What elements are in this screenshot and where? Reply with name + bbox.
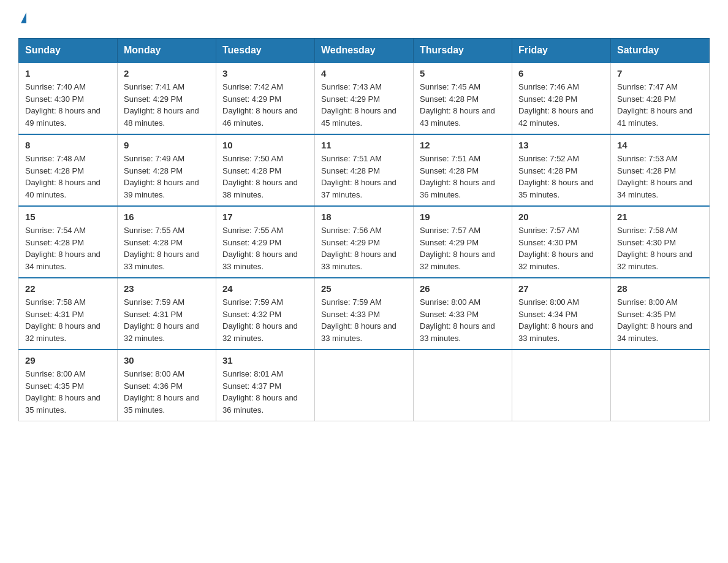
calendar-day-cell: 3 Sunrise: 7:42 AM Sunset: 4:29 PM Dayli…	[216, 63, 315, 134]
day-info: Sunrise: 7:41 AM Sunset: 4:29 PM Dayligh…	[124, 81, 210, 129]
calendar-day-cell: 16 Sunrise: 7:55 AM Sunset: 4:28 PM Dayl…	[118, 206, 216, 278]
calendar-day-cell: 24 Sunrise: 7:59 AM Sunset: 4:32 PM Dayl…	[216, 278, 315, 350]
day-info: Sunrise: 7:57 AM Sunset: 4:30 PM Dayligh…	[518, 224, 604, 272]
day-info: Sunrise: 7:51 AM Sunset: 4:28 PM Dayligh…	[321, 153, 407, 201]
calendar-day-cell: 15 Sunrise: 7:54 AM Sunset: 4:28 PM Dayl…	[19, 206, 118, 278]
day-info: Sunrise: 7:42 AM Sunset: 4:29 PM Dayligh…	[222, 81, 308, 129]
day-number: 9	[124, 140, 210, 150]
day-number: 4	[321, 68, 407, 79]
day-info: Sunrise: 7:59 AM Sunset: 4:31 PM Dayligh…	[124, 296, 210, 344]
day-number: 11	[321, 140, 407, 150]
day-info: Sunrise: 7:48 AM Sunset: 4:28 PM Dayligh…	[25, 153, 111, 201]
weekday-header-sunday: Sunday	[19, 39, 118, 63]
day-info: Sunrise: 7:54 AM Sunset: 4:28 PM Dayligh…	[25, 224, 111, 272]
day-info: Sunrise: 7:51 AM Sunset: 4:28 PM Dayligh…	[420, 153, 506, 201]
day-number: 23	[124, 283, 210, 294]
day-info: Sunrise: 7:50 AM Sunset: 4:28 PM Dayligh…	[222, 153, 308, 201]
day-number: 30	[124, 355, 210, 366]
day-number: 18	[321, 212, 407, 222]
day-number: 17	[222, 212, 308, 222]
calendar-day-cell: 19 Sunrise: 7:57 AM Sunset: 4:29 PM Dayl…	[414, 206, 512, 278]
calendar-day-cell	[315, 350, 414, 421]
day-info: Sunrise: 7:58 AM Sunset: 4:31 PM Dayligh…	[25, 296, 111, 344]
calendar-week-row: 8 Sunrise: 7:48 AM Sunset: 4:28 PM Dayli…	[19, 134, 710, 206]
calendar-day-cell: 22 Sunrise: 7:58 AM Sunset: 4:31 PM Dayl…	[19, 278, 118, 350]
day-number: 16	[124, 212, 210, 222]
day-number: 6	[518, 68, 604, 79]
calendar-day-cell: 10 Sunrise: 7:50 AM Sunset: 4:28 PM Dayl…	[216, 134, 315, 206]
day-number: 14	[617, 140, 703, 150]
calendar-day-cell: 25 Sunrise: 7:59 AM Sunset: 4:33 PM Dayl…	[315, 278, 414, 350]
day-number: 13	[518, 140, 604, 150]
day-info: Sunrise: 7:58 AM Sunset: 4:30 PM Dayligh…	[617, 224, 703, 272]
day-number: 8	[25, 140, 111, 150]
day-number: 20	[518, 212, 604, 222]
weekday-header-tuesday: Tuesday	[216, 39, 315, 63]
calendar-day-cell: 28 Sunrise: 8:00 AM Sunset: 4:35 PM Dayl…	[611, 278, 710, 350]
calendar-day-cell: 1 Sunrise: 7:40 AM Sunset: 4:30 PM Dayli…	[19, 63, 118, 134]
calendar-day-cell: 6 Sunrise: 7:46 AM Sunset: 4:28 PM Dayli…	[512, 63, 611, 134]
calendar-day-cell	[512, 350, 611, 421]
day-info: Sunrise: 7:47 AM Sunset: 4:28 PM Dayligh…	[617, 81, 703, 129]
day-info: Sunrise: 7:45 AM Sunset: 4:28 PM Dayligh…	[420, 81, 506, 129]
day-number: 2	[124, 68, 210, 79]
day-info: Sunrise: 7:55 AM Sunset: 4:28 PM Dayligh…	[124, 224, 210, 272]
weekday-header-thursday: Thursday	[414, 39, 512, 63]
calendar-day-cell: 23 Sunrise: 7:59 AM Sunset: 4:31 PM Dayl…	[118, 278, 216, 350]
day-info: Sunrise: 7:52 AM Sunset: 4:28 PM Dayligh…	[518, 153, 604, 201]
calendar-day-cell	[611, 350, 710, 421]
calendar-day-cell: 8 Sunrise: 7:48 AM Sunset: 4:28 PM Dayli…	[19, 134, 118, 206]
day-number: 5	[420, 68, 506, 79]
day-info: Sunrise: 7:49 AM Sunset: 4:28 PM Dayligh…	[124, 153, 210, 201]
day-number: 21	[617, 212, 703, 222]
day-number: 31	[222, 355, 308, 366]
calendar-day-cell: 9 Sunrise: 7:49 AM Sunset: 4:28 PM Dayli…	[118, 134, 216, 206]
day-info: Sunrise: 8:01 AM Sunset: 4:37 PM Dayligh…	[222, 368, 308, 416]
calendar-week-row: 22 Sunrise: 7:58 AM Sunset: 4:31 PM Dayl…	[19, 278, 710, 350]
day-info: Sunrise: 8:00 AM Sunset: 4:33 PM Dayligh…	[420, 296, 506, 344]
day-info: Sunrise: 8:00 AM Sunset: 4:34 PM Dayligh…	[518, 296, 604, 344]
day-number: 25	[321, 283, 407, 294]
day-number: 24	[222, 283, 308, 294]
logo-triangle-icon	[21, 12, 26, 23]
day-info: Sunrise: 8:00 AM Sunset: 4:36 PM Dayligh…	[124, 368, 210, 416]
day-number: 3	[222, 68, 308, 79]
day-number: 12	[420, 140, 506, 150]
calendar-table: SundayMondayTuesdayWednesdayThursdayFrid…	[18, 38, 710, 421]
calendar-day-cell: 11 Sunrise: 7:51 AM Sunset: 4:28 PM Dayl…	[315, 134, 414, 206]
calendar-week-row: 1 Sunrise: 7:40 AM Sunset: 4:30 PM Dayli…	[19, 63, 710, 134]
weekday-header-saturday: Saturday	[611, 39, 710, 63]
calendar-day-cell: 26 Sunrise: 8:00 AM Sunset: 4:33 PM Dayl…	[414, 278, 512, 350]
calendar-day-cell: 14 Sunrise: 7:53 AM Sunset: 4:28 PM Dayl…	[611, 134, 710, 206]
calendar-day-cell: 20 Sunrise: 7:57 AM Sunset: 4:30 PM Dayl…	[512, 206, 611, 278]
calendar-day-cell: 27 Sunrise: 8:00 AM Sunset: 4:34 PM Dayl…	[512, 278, 611, 350]
day-info: Sunrise: 7:56 AM Sunset: 4:29 PM Dayligh…	[321, 224, 407, 272]
weekday-header-monday: Monday	[118, 39, 216, 63]
calendar-day-cell: 2 Sunrise: 7:41 AM Sunset: 4:29 PM Dayli…	[118, 63, 216, 134]
calendar-day-cell: 5 Sunrise: 7:45 AM Sunset: 4:28 PM Dayli…	[414, 63, 512, 134]
day-info: Sunrise: 7:55 AM Sunset: 4:29 PM Dayligh…	[222, 224, 308, 272]
day-number: 1	[25, 68, 111, 79]
day-number: 10	[222, 140, 308, 150]
calendar-day-cell: 31 Sunrise: 8:01 AM Sunset: 4:37 PM Dayl…	[216, 350, 315, 421]
calendar-day-cell: 21 Sunrise: 7:58 AM Sunset: 4:30 PM Dayl…	[611, 206, 710, 278]
day-info: Sunrise: 8:00 AM Sunset: 4:35 PM Dayligh…	[25, 368, 111, 416]
weekday-header-row: SundayMondayTuesdayWednesdayThursdayFrid…	[19, 39, 710, 63]
calendar-week-row: 29 Sunrise: 8:00 AM Sunset: 4:35 PM Dayl…	[19, 350, 710, 421]
day-info: Sunrise: 7:59 AM Sunset: 4:33 PM Dayligh…	[321, 296, 407, 344]
logo	[18, 12, 26, 26]
day-number: 26	[420, 283, 506, 294]
calendar-day-cell: 7 Sunrise: 7:47 AM Sunset: 4:28 PM Dayli…	[611, 63, 710, 134]
calendar-day-cell	[414, 350, 512, 421]
calendar-day-cell: 30 Sunrise: 8:00 AM Sunset: 4:36 PM Dayl…	[118, 350, 216, 421]
calendar-day-cell: 18 Sunrise: 7:56 AM Sunset: 4:29 PM Dayl…	[315, 206, 414, 278]
day-info: Sunrise: 7:46 AM Sunset: 4:28 PM Dayligh…	[518, 81, 604, 129]
header	[18, 12, 710, 26]
calendar-day-cell: 4 Sunrise: 7:43 AM Sunset: 4:29 PM Dayli…	[315, 63, 414, 134]
day-info: Sunrise: 7:59 AM Sunset: 4:32 PM Dayligh…	[222, 296, 308, 344]
day-number: 22	[25, 283, 111, 294]
day-info: Sunrise: 7:43 AM Sunset: 4:29 PM Dayligh…	[321, 81, 407, 129]
day-number: 15	[25, 212, 111, 222]
weekday-header-wednesday: Wednesday	[315, 39, 414, 63]
day-number: 28	[617, 283, 703, 294]
